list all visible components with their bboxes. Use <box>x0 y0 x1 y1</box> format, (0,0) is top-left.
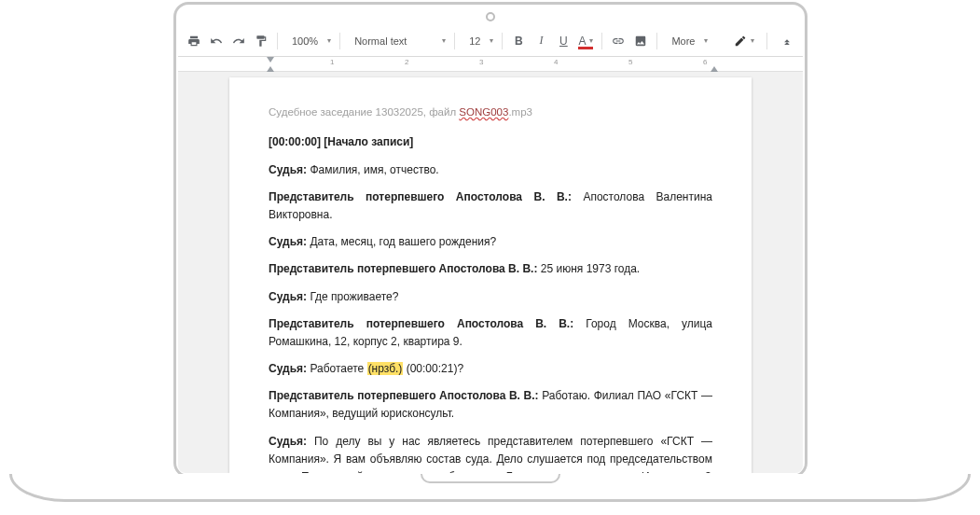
ruler[interactable]: 1 2 3 4 5 6 <box>178 57 803 72</box>
app-window: 100% ▾ Normal text ▾ 12 ▾ B I U <box>178 25 803 473</box>
indent-marker-first-line[interactable] <box>267 57 274 63</box>
undo-button[interactable] <box>206 31 227 51</box>
ruler-tick: 4 <box>554 58 558 66</box>
speech-text: Фамилия, имя, отчество. <box>307 163 439 176</box>
ts-text: [00:00:00] [Начало записи] <box>269 135 413 148</box>
bold-button[interactable]: B <box>508 31 529 51</box>
separator <box>766 33 767 49</box>
link-icon <box>612 35 625 48</box>
bold-icon: B <box>515 35 523 48</box>
camera-icon <box>486 12 495 21</box>
transcript-line: Представитель потерпевшего Апостолова В.… <box>269 387 712 423</box>
document-header-note: Судебное заседание 13032025, файл SONG00… <box>269 104 712 120</box>
zoom-value: 100% <box>286 35 324 47</box>
ruler-tick: 5 <box>628 58 632 66</box>
paint-roller-icon <box>255 35 268 48</box>
chevrons-up-icon <box>780 35 794 48</box>
laptop-frame: 100% ▾ Normal text ▾ 12 ▾ B I U <box>0 0 980 515</box>
separator <box>601 33 602 49</box>
speech-text: Где проживаете? <box>307 290 398 303</box>
color-swatch <box>578 47 593 49</box>
speaker-label: Судья: <box>269 362 307 375</box>
speaker-label: Представитель потерпевшего Апостолова В.… <box>269 389 539 402</box>
speaker-label: Представитель потерпевшего Апостолова В.… <box>269 262 537 275</box>
font-size-select[interactable]: 12 ▾ <box>461 31 496 51</box>
transcript-line: Судья: По делу вы у нас являетесь предст… <box>269 433 712 473</box>
chevron-down-icon: ▾ <box>704 36 708 45</box>
separator <box>454 33 455 49</box>
speech-text: Работаете <box>307 362 367 375</box>
toolbar: 100% ▾ Normal text ▾ 12 ▾ B I U <box>178 25 803 57</box>
separator <box>277 33 278 49</box>
edit-mode-button[interactable]: ▾ <box>731 31 757 51</box>
paint-format-button[interactable] <box>251 31 271 51</box>
document-page[interactable]: Судебное заседание 13032025, файл SONG00… <box>229 77 752 473</box>
speaker-label: Судья: <box>269 290 307 303</box>
more-label: More <box>666 35 700 47</box>
speech-text: (00:00:21)? <box>403 362 463 375</box>
speaker-label: Представитель потерпевшего Апостолова В.… <box>269 317 573 330</box>
speaker-label: Представитель потерпевшего Апостолова В.… <box>269 190 572 203</box>
italic-button[interactable]: I <box>531 31 551 51</box>
chevron-down-icon: ▾ <box>490 36 493 45</box>
ruler-scale: 1 2 3 4 5 6 <box>229 57 752 72</box>
indent-marker-left[interactable] <box>267 66 274 72</box>
chevron-down-icon: ▾ <box>751 36 754 45</box>
laptop-bezel: 100% ▾ Normal text ▾ 12 ▾ B I U <box>173 2 807 478</box>
ruler-tick: 2 <box>405 58 408 66</box>
transcript-line: Представитель потерпевшего Апостолова В.… <box>269 315 712 351</box>
speaker-label: Судья: <box>269 235 307 248</box>
document-area: 1 2 3 4 5 6 Судебное заседание 13032025,… <box>178 57 803 473</box>
transcript-line: Представитель потерпевшего Апостолова В.… <box>269 260 712 278</box>
text-color-button[interactable]: A ▾ <box>575 31 596 51</box>
header-filename-link: SONG003 <box>459 106 508 118</box>
ruler-tick: 6 <box>703 58 707 66</box>
underline-button[interactable]: U <box>553 31 573 51</box>
laptop-notch <box>421 474 560 483</box>
transcript-line: Представитель потерпевшего Апостолова В.… <box>269 188 712 224</box>
speaker-label: Судья: <box>269 163 307 176</box>
separator <box>339 33 340 49</box>
ruler-tick: 1 <box>330 58 334 66</box>
more-tools-button[interactable]: More ▾ <box>663 31 711 51</box>
chevron-down-icon: ▾ <box>327 36 331 45</box>
redo-icon <box>232 35 245 48</box>
paragraph-style-select[interactable]: Normal text ▾ <box>346 31 449 51</box>
separator <box>502 33 503 49</box>
speech-text: По делу вы у нас являетесь представителе… <box>269 435 712 473</box>
image-icon <box>634 35 647 48</box>
speech-text: Дата, месяц, год вашего рождения? <box>307 235 496 248</box>
transcript-line: Судья: Дата, месяц, год вашего рождения? <box>269 233 712 251</box>
font-size-value: 12 <box>463 35 486 47</box>
transcript-line: Судья: Где проживаете? <box>269 288 712 306</box>
redo-button[interactable] <box>228 31 249 51</box>
speaker-label: Судья: <box>269 435 307 448</box>
ruler-tick: 3 <box>479 58 483 66</box>
style-name: Normal text <box>349 35 412 47</box>
chevron-down-icon: ▾ <box>589 36 593 45</box>
print-icon <box>187 35 200 48</box>
chevron-down-icon: ▾ <box>442 36 446 45</box>
header-suffix: .mp3 <box>508 106 532 118</box>
timestamp-start: [00:00:00] [Начало записи] <box>269 133 712 151</box>
insert-image-button[interactable] <box>630 31 651 51</box>
highlighted-text: (нрзб.) <box>367 362 404 375</box>
collapse-toolbar-button[interactable] <box>777 31 797 51</box>
page-scroll[interactable]: Судебное заседание 13032025, файл SONG00… <box>178 72 803 473</box>
underline-icon: U <box>559 35 568 48</box>
separator <box>656 33 657 49</box>
print-button[interactable] <box>184 31 204 51</box>
text-color-icon: A <box>578 35 586 48</box>
zoom-select[interactable]: 100% ▾ <box>283 31 334 51</box>
italic-icon: I <box>539 34 543 48</box>
transcript-line: Судья: Работаете (нрзб.) (00:00:21)? <box>269 360 712 378</box>
pencil-icon <box>734 35 747 48</box>
transcript-line: Судья: Фамилия, имя, отчество. <box>269 161 712 179</box>
insert-link-button[interactable] <box>608 31 628 51</box>
indent-marker-right[interactable] <box>711 66 718 72</box>
undo-icon <box>210 35 223 48</box>
speech-text: 25 июня 1973 года. <box>537 262 640 275</box>
header-prefix: Судебное заседание 13032025, файл <box>269 106 459 118</box>
